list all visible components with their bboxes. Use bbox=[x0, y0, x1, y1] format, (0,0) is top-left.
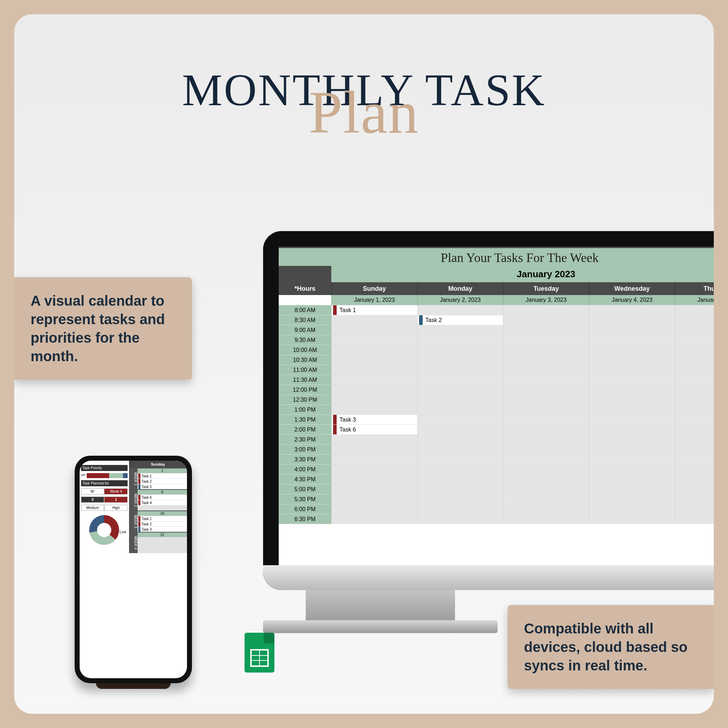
grid-cell[interactable] bbox=[674, 424, 714, 434]
grid-cell[interactable] bbox=[503, 315, 589, 325]
grid-cell[interactable] bbox=[418, 434, 503, 444]
grid-cell[interactable] bbox=[418, 335, 503, 345]
grid-cell[interactable] bbox=[503, 504, 589, 514]
grid-cell[interactable]: Task 3 bbox=[331, 414, 418, 424]
grid-cell[interactable] bbox=[589, 474, 675, 484]
grid-cell[interactable] bbox=[418, 424, 503, 434]
grid-cell[interactable] bbox=[674, 405, 714, 414]
grid-cell[interactable] bbox=[674, 464, 714, 474]
grid-cell[interactable] bbox=[589, 355, 675, 365]
grid-cell[interactable] bbox=[418, 454, 503, 464]
grid-cell[interactable] bbox=[418, 385, 503, 395]
grid-cell[interactable] bbox=[418, 345, 503, 355]
grid-cell[interactable] bbox=[418, 414, 503, 424]
grid-cell[interactable] bbox=[503, 444, 589, 454]
grid-cell[interactable] bbox=[674, 355, 714, 365]
grid-cell[interactable] bbox=[418, 355, 503, 365]
grid-cell[interactable] bbox=[589, 345, 675, 355]
grid-cell[interactable] bbox=[674, 335, 714, 345]
grid-cell[interactable] bbox=[331, 514, 418, 524]
grid-cell[interactable] bbox=[331, 375, 418, 385]
grid-cell[interactable] bbox=[503, 305, 589, 315]
grid-cell[interactable] bbox=[331, 444, 418, 454]
grid-cell[interactable] bbox=[589, 434, 675, 444]
grid-cell[interactable] bbox=[589, 335, 675, 345]
grid-cell[interactable] bbox=[674, 514, 714, 524]
grid-cell[interactable] bbox=[674, 504, 714, 514]
grid-cell[interactable] bbox=[503, 474, 589, 484]
grid-cell[interactable] bbox=[331, 325, 418, 335]
grid-cell[interactable] bbox=[503, 494, 589, 504]
grid-cell[interactable] bbox=[331, 345, 418, 355]
grid-cell[interactable] bbox=[589, 454, 675, 464]
grid-cell[interactable] bbox=[674, 365, 714, 375]
grid-cell[interactable] bbox=[674, 385, 714, 395]
grid-cell[interactable] bbox=[503, 484, 589, 494]
grid-cell[interactable] bbox=[331, 504, 418, 514]
grid-cell[interactable] bbox=[589, 494, 675, 504]
grid-cell[interactable] bbox=[589, 424, 675, 434]
grid-cell[interactable] bbox=[418, 514, 503, 524]
grid-cell[interactable] bbox=[674, 325, 714, 335]
grid-cell[interactable] bbox=[674, 494, 714, 504]
grid-cell[interactable] bbox=[331, 315, 418, 325]
grid-cell[interactable] bbox=[589, 464, 675, 474]
grid-cell[interactable] bbox=[589, 484, 675, 494]
grid-cell[interactable] bbox=[589, 325, 675, 335]
grid-cell[interactable] bbox=[503, 385, 589, 395]
grid-cell[interactable] bbox=[674, 414, 714, 424]
grid-cell[interactable] bbox=[503, 434, 589, 444]
grid-cell[interactable] bbox=[331, 365, 418, 375]
grid-cell[interactable] bbox=[331, 405, 418, 414]
grid-cell[interactable] bbox=[503, 414, 589, 424]
grid-cell[interactable] bbox=[589, 315, 675, 325]
grid-cell[interactable] bbox=[674, 345, 714, 355]
grid-cell[interactable] bbox=[331, 395, 418, 405]
grid-cell[interactable] bbox=[503, 375, 589, 385]
grid-cell[interactable] bbox=[674, 444, 714, 454]
grid-cell[interactable] bbox=[503, 345, 589, 355]
grid-cell[interactable] bbox=[418, 375, 503, 385]
grid-cell[interactable] bbox=[589, 385, 675, 395]
grid-cell[interactable] bbox=[503, 325, 589, 335]
grid-cell[interactable] bbox=[503, 405, 589, 414]
grid-cell[interactable] bbox=[589, 504, 675, 514]
grid-cell[interactable] bbox=[331, 474, 418, 484]
grid-cell[interactable] bbox=[418, 444, 503, 454]
grid-cell[interactable] bbox=[331, 355, 418, 365]
grid-cell[interactable] bbox=[331, 454, 418, 464]
grid-cell[interactable]: Task 2 bbox=[418, 315, 503, 325]
grid-cell[interactable] bbox=[503, 464, 589, 474]
grid-cell[interactable] bbox=[589, 405, 675, 414]
grid-cell[interactable] bbox=[674, 375, 714, 385]
grid-cell[interactable] bbox=[674, 395, 714, 405]
grid-cell[interactable] bbox=[589, 375, 675, 385]
grid-cell[interactable] bbox=[674, 454, 714, 464]
grid-cell[interactable] bbox=[418, 395, 503, 405]
grid-cell[interactable] bbox=[418, 325, 503, 335]
grid-cell[interactable] bbox=[674, 474, 714, 484]
grid-cell[interactable] bbox=[503, 454, 589, 464]
grid-cell[interactable]: Task 6 bbox=[331, 424, 418, 434]
grid-cell[interactable] bbox=[418, 365, 503, 375]
grid-cell[interactable]: Task 1 bbox=[331, 305, 418, 315]
grid-cell[interactable] bbox=[503, 335, 589, 345]
grid-cell[interactable] bbox=[589, 414, 675, 424]
grid-cell[interactable] bbox=[418, 405, 503, 414]
grid-cell[interactable] bbox=[418, 504, 503, 514]
grid-cell[interactable] bbox=[674, 484, 714, 494]
grid-cell[interactable] bbox=[418, 474, 503, 484]
grid-cell[interactable] bbox=[331, 494, 418, 504]
grid-cell[interactable] bbox=[331, 335, 418, 345]
grid-cell[interactable] bbox=[674, 434, 714, 444]
grid-cell[interactable] bbox=[331, 434, 418, 444]
grid-cell[interactable] bbox=[589, 365, 675, 375]
grid-cell[interactable] bbox=[331, 385, 418, 395]
grid-cell[interactable] bbox=[589, 514, 675, 524]
grid-cell[interactable] bbox=[331, 464, 418, 474]
grid-cell[interactable] bbox=[589, 444, 675, 454]
grid-cell[interactable] bbox=[418, 484, 503, 494]
grid-cell[interactable] bbox=[589, 395, 675, 405]
grid-cell[interactable] bbox=[503, 424, 589, 434]
grid-cell[interactable] bbox=[331, 484, 418, 494]
